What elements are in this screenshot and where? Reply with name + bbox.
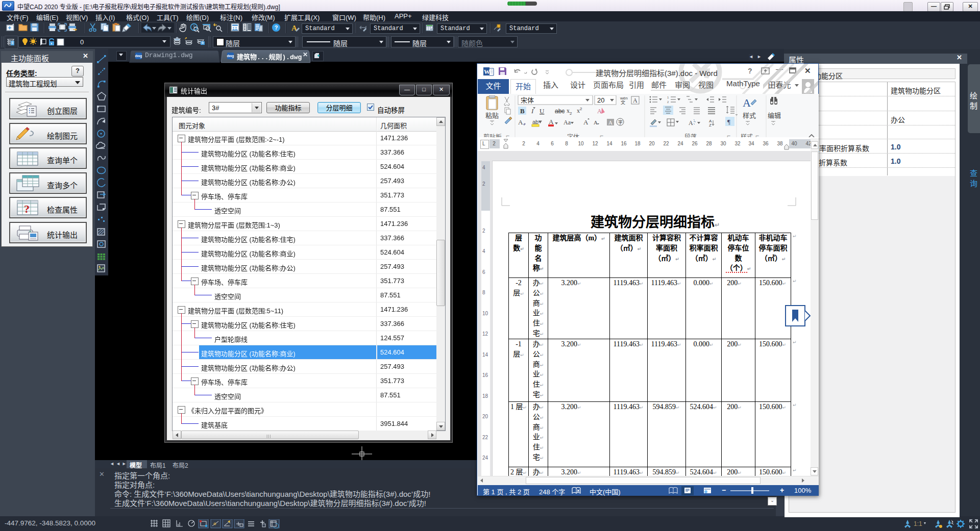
svg-text:1: 1 [667,96,669,99]
svg-text:A: A [743,96,751,109]
svg-text:A: A [549,118,554,125]
svg-text:文: 文 [621,99,625,105]
svg-text:粘贴: 粘贴 [485,112,499,119]
svg-text:¶: ¶ [727,118,730,125]
svg-text:编辑: 编辑 [768,112,781,119]
svg-text:2: 2 [570,111,572,116]
svg-text:20: 20 [597,96,604,104]
svg-text:1:1: 1:1 [914,520,922,527]
svg-text:A: A [594,119,598,125]
svg-text:A: A [518,118,523,126]
svg-text:I: I [531,107,534,115]
svg-text:2: 2 [667,100,669,104]
svg-text:A: A [689,119,693,127]
svg-text:?: ? [275,24,278,31]
svg-text:A: A [633,97,638,104]
svg-text:A: A [608,119,612,125]
svg-text:abc: abc [555,108,565,115]
svg-text:dwg: dwg [135,54,142,58]
svg-text:字: 字 [618,119,623,125]
svg-text:Z: Z [709,123,712,128]
svg-text:B: B [520,107,525,115]
svg-text:ab: ab [532,119,538,125]
svg-text:U: U [540,107,545,115]
svg-text:dwg: dwg [227,54,234,58]
svg-text:?: ? [24,203,30,215]
svg-text:A: A [583,118,589,126]
svg-text:Aa: Aa [564,119,571,126]
svg-text:样式: 样式 [743,112,756,119]
svg-text:2: 2 [580,107,582,111]
svg-text:A: A [597,108,602,115]
svg-text:W: W [484,68,490,75]
svg-text:宋体: 宋体 [521,96,534,104]
